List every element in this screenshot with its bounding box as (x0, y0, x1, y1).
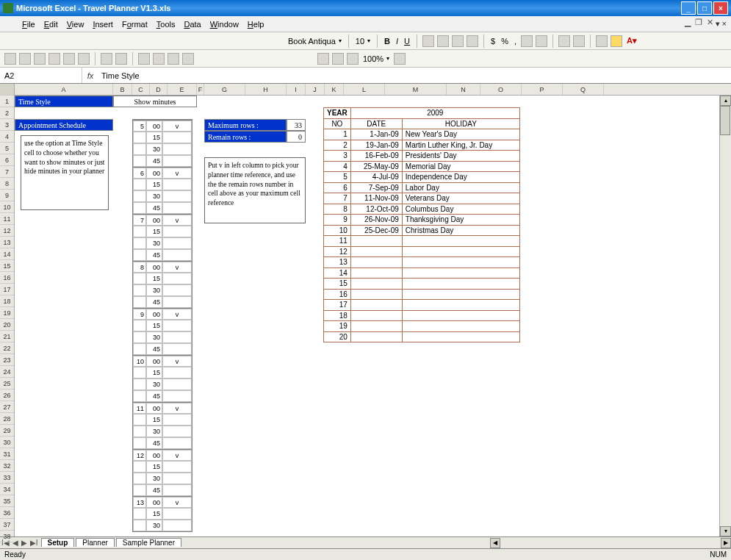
row-header[interactable]: 27 (0, 401, 14, 413)
align-left-button[interactable] (422, 35, 434, 47)
holiday-date-cell[interactable] (350, 331, 402, 342)
vertical-scrollbar[interactable]: ▴ ▾ (719, 96, 731, 536)
time-select-cell[interactable]: v (162, 121, 192, 132)
year-value-cell[interactable]: 2009 (350, 108, 519, 119)
col-header[interactable]: B (113, 84, 132, 95)
holiday-row[interactable]: 54-Jul-09Independence Day (324, 172, 520, 183)
time-hour-cell[interactable] (133, 343, 146, 355)
holiday-name-cell[interactable] (402, 289, 519, 300)
holiday-name-cell[interactable]: Martin Luther King, Jr. Day (402, 140, 519, 151)
time-hour-cell[interactable] (133, 190, 146, 202)
row-header[interactable]: 1 (0, 96, 14, 107)
time-minute-cell[interactable]: 15 (146, 367, 162, 378)
time-hour-cell[interactable] (133, 367, 146, 378)
time-minute-cell[interactable]: 00 (146, 497, 162, 508)
holiday-no-cell[interactable]: 16 (324, 289, 351, 300)
time-hour-cell[interactable]: 5 (133, 121, 146, 132)
holiday-name-cell[interactable]: Columbus Day (402, 204, 519, 215)
time-select-cell[interactable] (162, 414, 192, 426)
time-select-cell[interactable] (162, 190, 192, 202)
row-header[interactable]: 4 (0, 131, 14, 143)
holiday-row[interactable]: 13 (324, 257, 520, 268)
time-select-cell[interactable] (162, 202, 192, 214)
time-select-cell[interactable] (162, 390, 192, 402)
holiday-date-cell[interactable] (350, 279, 402, 290)
time-select-cell[interactable] (162, 378, 192, 390)
time-select-cell[interactable] (162, 179, 192, 190)
hscroll-right[interactable]: ▶ (721, 538, 731, 548)
time-hour-cell[interactable]: 9 (133, 309, 146, 320)
tab-nav-last[interactable]: ▶I (29, 539, 40, 547)
menu-tools[interactable]: Tools (156, 20, 176, 29)
scroll-up-button[interactable]: ▴ (720, 96, 731, 106)
time-minute-cell[interactable]: 00 (146, 168, 162, 179)
holiday-name-cell[interactable] (402, 268, 519, 279)
holiday-header-cell[interactable]: DATE (350, 118, 402, 129)
cell-remain-rows-label[interactable]: Remain rows : (204, 131, 287, 143)
time-minute-cell[interactable]: 30 (146, 520, 162, 531)
row-header[interactable]: 28 (0, 413, 14, 425)
holiday-date-cell[interactable]: 25-Dec-09 (350, 225, 402, 236)
time-minute-cell[interactable]: 30 (146, 284, 162, 296)
menu-window[interactable]: Window (210, 20, 239, 29)
col-header[interactable]: P (522, 84, 563, 95)
holiday-row[interactable]: 18 (324, 310, 520, 321)
holiday-name-cell[interactable] (402, 257, 519, 268)
row-header[interactable]: 34 (0, 484, 14, 495)
time-select-cell[interactable] (162, 155, 192, 167)
time-minute-cell[interactable]: 45 (146, 437, 162, 449)
time-select-cell[interactable] (162, 461, 192, 473)
time-hour-cell[interactable]: 13 (133, 497, 146, 508)
holiday-date-cell[interactable]: 16-Feb-09 (350, 151, 402, 162)
print-button[interactable] (78, 53, 90, 65)
cut-button[interactable] (138, 53, 150, 65)
currency-button[interactable]: $ (489, 37, 497, 46)
row-header[interactable]: 8 (0, 178, 14, 190)
holiday-name-cell[interactable] (402, 300, 519, 311)
time-hour-cell[interactable]: 10 (133, 356, 146, 367)
holiday-name-cell[interactable] (402, 321, 519, 332)
col-header[interactable]: C (132, 84, 150, 95)
time-select-cell[interactable] (162, 273, 192, 284)
col-header[interactable]: H (245, 84, 287, 95)
row-header[interactable]: 36 (0, 507, 14, 519)
row-headers[interactable]: 1234567891011121314151617181920212223242… (0, 84, 15, 536)
time-select-cell[interactable]: v (162, 168, 192, 179)
row-header[interactable]: 24 (0, 366, 14, 378)
time-select-cell[interactable] (162, 426, 192, 437)
hyperlink-button[interactable] (317, 53, 329, 65)
time-minute-cell[interactable]: 15 (146, 461, 162, 473)
holiday-date-cell[interactable] (350, 236, 402, 247)
row-header[interactable]: 17 (0, 284, 14, 295)
name-box[interactable]: A2 (0, 68, 82, 83)
permission-button[interactable] (48, 53, 60, 65)
format-painter-button[interactable] (182, 53, 194, 65)
row-header[interactable]: 3 (0, 119, 14, 131)
inc-indent-button[interactable] (573, 35, 585, 47)
holiday-row[interactable]: 11-Jan-09New Year's Day (324, 129, 520, 140)
comma-button[interactable]: , (513, 37, 518, 46)
time-minute-cell[interactable]: 45 (146, 202, 162, 214)
holiday-name-cell[interactable]: Thanksgiving Day (402, 215, 519, 226)
copy-button[interactable] (153, 53, 165, 65)
time-minute-cell[interactable]: 00 (146, 215, 162, 226)
time-hour-cell[interactable] (133, 331, 146, 343)
time-hour-cell[interactable] (133, 484, 146, 496)
open-button[interactable] (19, 53, 31, 65)
holiday-name-cell[interactable]: Independence Day (402, 172, 519, 183)
holiday-no-cell[interactable]: 8 (324, 204, 351, 215)
cell-time-style-label[interactable]: Time Style (15, 96, 113, 107)
row-header[interactable]: 10 (0, 201, 14, 213)
border-button[interactable] (596, 35, 608, 47)
time-minute-cell[interactable]: 00 (146, 262, 162, 273)
time-select-cell[interactable] (162, 296, 192, 308)
holiday-no-cell[interactable]: 18 (324, 310, 351, 321)
cell-appt-schedule-label[interactable]: Appointment Schedule (15, 119, 113, 131)
holiday-date-cell[interactable]: 1-Jan-09 (350, 129, 402, 140)
inc-decimal-button[interactable] (521, 35, 533, 47)
time-select-cell[interactable]: v (162, 309, 192, 320)
time-minute-cell[interactable]: 00 (146, 403, 162, 414)
time-select-cell[interactable] (162, 437, 192, 449)
holiday-no-cell[interactable]: 1 (324, 129, 351, 140)
holiday-row[interactable]: 1025-Dec-09Christmas Day (324, 225, 520, 236)
